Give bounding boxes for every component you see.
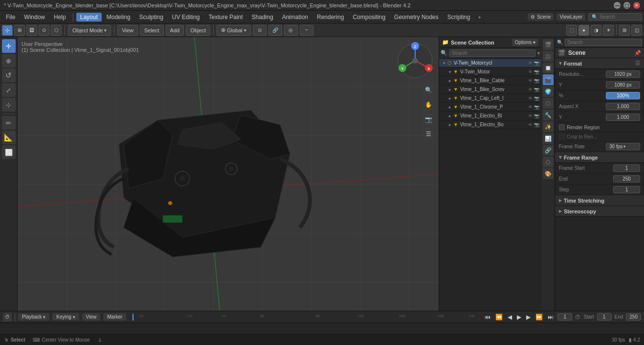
add-btn[interactable]: Add: [166, 25, 184, 36]
item6-render-icon[interactable]: 📷: [534, 122, 539, 127]
tool-cube[interactable]: ⬜: [2, 145, 16, 159]
collection-item-1[interactable]: ▸ ▼ Vtme_1_Bike_Cable 👁 📷: [439, 76, 541, 85]
start-frame-box[interactable]: 1: [597, 313, 612, 321]
next-frame-btn[interactable]: ▶: [525, 313, 532, 322]
jump-start-btn[interactable]: ⏮: [484, 313, 491, 322]
navigation-gizmo[interactable]: Z X Y: [396, 41, 435, 80]
props-particles-icon[interactable]: ✨: [543, 121, 554, 132]
menu-window[interactable]: Window: [20, 13, 49, 22]
collection-item-0[interactable]: ▾ ▼ V-Twin_Motor 👁 📷: [439, 68, 541, 76]
item6-vis-icon[interactable]: 👁: [528, 122, 533, 127]
snap-btn[interactable]: 🔗: [268, 25, 282, 36]
viewlayer-selector[interactable]: ViewLayer: [556, 13, 585, 21]
item0-render-icon[interactable]: 📷: [534, 69, 539, 74]
item2-render-icon[interactable]: 📷: [534, 87, 539, 92]
tool-icon-5[interactable]: ⬡: [51, 25, 62, 36]
3d-viewport[interactable]: User Perspective (1) Scene Collection | …: [18, 37, 439, 311]
jump-end-btn[interactable]: ⏭: [547, 313, 555, 322]
filter-icon[interactable]: ▾: [537, 50, 540, 56]
menu-add-tab[interactable]: +: [475, 13, 484, 21]
format-menu-icon[interactable]: ☰: [635, 60, 640, 67]
tool-move[interactable]: ⊕: [2, 54, 16, 68]
tool-icon-4[interactable]: ⊙: [39, 25, 49, 36]
aspect-x-value[interactable]: 1.000: [606, 103, 640, 110]
rendered-shading[interactable]: ☀: [603, 25, 614, 36]
proportional-btn[interactable]: ◎: [284, 25, 298, 36]
item4-vis-icon[interactable]: 👁: [528, 105, 533, 110]
options-dropdown[interactable]: Options ▾: [512, 39, 538, 46]
render-region-checkbox[interactable]: [559, 124, 565, 130]
grab-icon[interactable]: ✋: [422, 98, 435, 111]
menu-help[interactable]: Help: [50, 13, 70, 22]
props-data-icon[interactable]: ⬡: [543, 157, 554, 167]
collection-item-4[interactable]: ▸ ▼ Vtme_1_Chrome_P 👁 📷: [439, 103, 541, 112]
props-render-icon[interactable]: 🎬: [543, 39, 554, 50]
props-object-icon[interactable]: ⬡: [543, 98, 554, 109]
props-constraints-icon[interactable]: 🔗: [543, 145, 554, 156]
item1-vis-icon[interactable]: 👁: [528, 78, 533, 83]
stereoscopy-section-header[interactable]: ▸ Stereoscopy: [555, 206, 644, 217]
search-viewport-icon[interactable]: 🔍: [422, 84, 435, 96]
tool-measure[interactable]: 📐: [2, 131, 16, 144]
prev-keyframe-btn[interactable]: ⏪: [494, 313, 504, 322]
tool-cursor[interactable]: ✛: [2, 39, 16, 53]
item1-render-icon[interactable]: 📷: [534, 78, 539, 83]
tool-rotate[interactable]: ↺: [2, 69, 16, 82]
prev-frame-btn[interactable]: ◀: [507, 313, 513, 322]
frame-rate-value[interactable]: 30 fps ▾: [606, 143, 640, 150]
object-mode-dropdown[interactable]: Object Mode ▾: [68, 25, 111, 36]
frame-start-value[interactable]: 1: [613, 164, 640, 172]
scene-root-row[interactable]: ▾ ⬡ V-Twin_Motorcycl 👁 📷: [439, 59, 541, 68]
menu-rendering[interactable]: Rendering: [313, 13, 348, 22]
menu-layout[interactable]: Layout: [76, 13, 102, 22]
select-btn[interactable]: Select: [140, 25, 164, 36]
crop-checkbox[interactable]: [559, 134, 565, 139]
percent-value[interactable]: 100%: [606, 92, 640, 99]
tool-icon-1[interactable]: ⊹: [2, 25, 13, 36]
outliner-icon[interactable]: ☰: [422, 128, 435, 140]
item0-vis-icon[interactable]: 👁: [528, 69, 533, 74]
format-section-header[interactable]: ▾ Format ☰: [555, 58, 644, 69]
frame-end-value[interactable]: 250: [613, 175, 640, 183]
camera-icon[interactable]: 📷: [422, 113, 435, 126]
item3-render-icon[interactable]: 📷: [534, 96, 539, 101]
search-input[interactable]: [600, 14, 639, 20]
collection-item-6[interactable]: ▸ ▼ Vtme_1_Electro_Bo 👁 📷: [439, 120, 541, 129]
outliner-search-input[interactable]: [449, 49, 535, 57]
menu-animation[interactable]: Animation: [278, 13, 312, 22]
props-search-input[interactable]: [565, 39, 642, 46]
marker-menu[interactable]: Marker: [103, 313, 126, 321]
keying-menu[interactable]: Keying ▾: [52, 313, 79, 321]
scene-selector[interactable]: ⚙ Scene: [528, 13, 554, 21]
collection-item-3[interactable]: ▸ ▼ Vtme_1_Cap_Left_I 👁 📷: [439, 94, 541, 103]
item5-vis-icon[interactable]: 👁: [528, 114, 533, 118]
tool-icon-2[interactable]: ⊞: [14, 25, 25, 36]
menu-geometry-nodes[interactable]: Geometry Nodes: [390, 13, 443, 22]
item3-vis-icon[interactable]: 👁: [528, 96, 533, 101]
view-menu[interactable]: View: [82, 313, 101, 321]
solid-shading[interactable]: ●: [578, 25, 589, 36]
menu-shading[interactable]: Shading: [248, 13, 277, 22]
collection-item-2[interactable]: ▸ ▼ Vtme_1_Bike_Screv 👁 📷: [439, 85, 541, 94]
props-output-icon[interactable]: 🎥: [543, 51, 554, 62]
current-frame-box[interactable]: 1: [557, 313, 572, 321]
root-vis-icon[interactable]: 👁: [528, 61, 533, 66]
menu-modeling[interactable]: Modeling: [103, 13, 134, 22]
props-modifiers-icon[interactable]: 🔧: [543, 110, 554, 120]
transform-dropdown[interactable]: ⊕ Global ▾: [217, 25, 251, 36]
wire-shading[interactable]: ⬚: [566, 25, 577, 36]
playback-menu[interactable]: Playback ▾: [18, 313, 49, 321]
frame-range-section-header[interactable]: ▾ Frame Range: [555, 152, 644, 163]
menu-texture-paint[interactable]: Texture Paint: [205, 13, 247, 22]
close-button[interactable]: ✕: [633, 2, 640, 9]
time-stretching-section-header[interactable]: ▸ Time Stretching: [555, 195, 644, 206]
props-physics-icon[interactable]: 📊: [543, 133, 554, 144]
item5-render-icon[interactable]: 📷: [534, 114, 539, 118]
object-btn[interactable]: Object: [186, 25, 210, 36]
timeline-ruler[interactable]: -30 -10 10 30 80 120 160 200 240: [131, 312, 479, 322]
pivot-btn[interactable]: ⊙: [253, 25, 266, 36]
overlays-btn[interactable]: ⊞: [619, 25, 630, 36]
props-material-icon[interactable]: 🎨: [543, 168, 554, 179]
props-scene-icon[interactable]: 🎬: [543, 74, 554, 85]
timeline-type-icon[interactable]: ⏱: [3, 313, 12, 322]
